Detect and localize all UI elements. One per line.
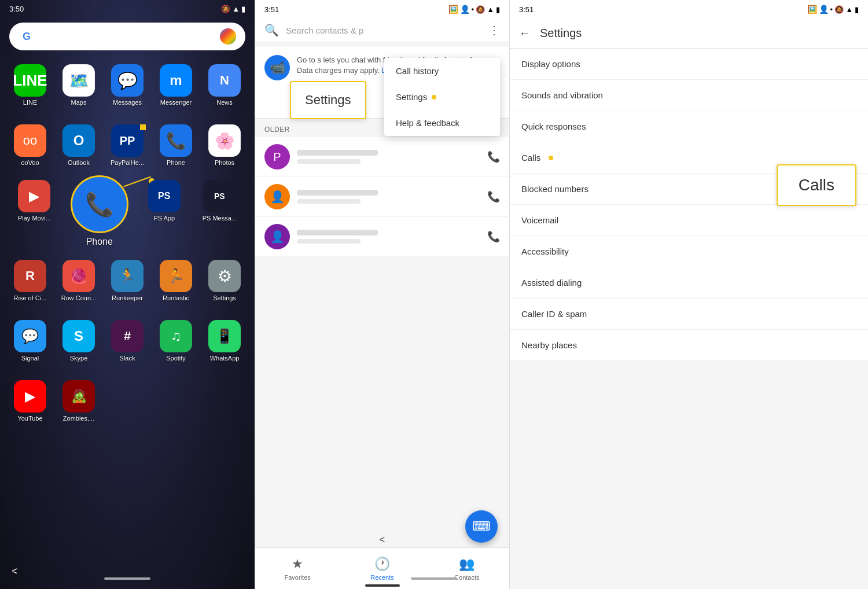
app-label-settings: Settings (213, 294, 236, 301)
app-label-rowcounters: Row Coun... (61, 294, 97, 301)
wifi-icon: ▲ (232, 5, 240, 13)
dialpad-fab[interactable]: ⌨ (465, 510, 498, 543)
time-home: 3:50 (9, 5, 24, 13)
app-runtastic[interactable]: 🏃 Runtastic (153, 255, 199, 306)
overflow-menu-btn[interactable]: ⋮ (488, 23, 500, 37)
call-icon-1[interactable]: 📞 (487, 150, 500, 163)
contact-name-blur-3 (297, 230, 378, 235)
settings-item-accessibility[interactable]: Accessibility (510, 236, 868, 267)
call-icon-2[interactable]: 📞 (487, 190, 500, 203)
app-whatsapp[interactable]: 📱 WhatsApp (201, 315, 248, 366)
app-label-riseci: Rise of Ci... (14, 294, 47, 301)
app-messenger[interactable]: m Messenger (153, 60, 199, 111)
app-settings[interactable]: ⚙ Settings (201, 255, 248, 306)
settings-item-quick-responses[interactable]: Quick responses (510, 111, 868, 142)
signal-icon: 💬 (14, 320, 46, 352)
app-label-runtastic: Runtastic (163, 294, 189, 301)
search-field-phone[interactable]: Search contacts & p (286, 25, 481, 35)
photos-icon: 🌸 (208, 124, 241, 157)
settings-item-assisted-dialing[interactable]: Assisted dialing (510, 267, 868, 299)
app-label-skype: Skype (70, 355, 88, 362)
app-line[interactable]: LINE LINE (7, 60, 53, 111)
app-label-outlook: Outlook (68, 159, 90, 166)
contact-detail-blur-1 (297, 159, 361, 164)
app-phone[interactable]: 📞 Phone (153, 120, 199, 171)
app-photos[interactable]: 🌸 Photos (201, 120, 248, 171)
contact-row-2[interactable]: 👤 📞 (255, 177, 509, 217)
app-label-maps: Maps (71, 99, 87, 106)
back-gesture-phone[interactable]: < (380, 535, 385, 545)
nav-contacts[interactable]: 👥 Contacts (425, 548, 509, 589)
phone-highlighted-item[interactable]: 📞 Phone (71, 175, 128, 247)
app-psmessages[interactable]: PS PS Messa... (200, 175, 239, 247)
app-label-psapp: PS App (153, 215, 175, 222)
app-label-spotify: Spotify (166, 355, 186, 362)
app-zombies[interactable]: 🧟 Zombies,... (56, 376, 102, 426)
search-icon-phone[interactable]: 🔍 (264, 23, 279, 37)
settings-screen: 3:51 🖼️ 👤 • 🔕 ▲ ▮ ← Settings Display opt… (509, 0, 868, 589)
app-outlook[interactable]: O Outlook (56, 120, 102, 171)
settings-item-nearby[interactable]: Nearby places (510, 330, 868, 361)
settings-list: Display options Sounds and vibration Qui… (510, 49, 868, 361)
time-phone: 3:51 (264, 5, 279, 14)
phone-app-screen: 3:51 🖼️ 👤 • 🔕 ▲ ▮ 🔍 Search contacts & p … (255, 0, 509, 589)
paypal-icon: PP (111, 124, 144, 157)
nav-favorites[interactable]: ★ Favorites (255, 548, 340, 589)
app-signal[interactable]: 💬 Signal (7, 315, 53, 366)
notif-icon-settings: 🖼️ (807, 5, 817, 14)
app-riseci[interactable]: R Rise of Ci... (7, 255, 53, 306)
app-news[interactable]: N News (201, 60, 248, 111)
whatsapp-icon: 📱 (208, 320, 241, 352)
app-youtube[interactable]: ▶ YouTube (7, 376, 53, 426)
google-account-icon (220, 28, 236, 45)
app-label-slack: Slack (120, 355, 135, 362)
app-playmovies[interactable]: ▶ Play Movi... (16, 175, 53, 247)
app-rowcounters[interactable]: 🧶 Row Coun... (56, 255, 102, 306)
contact-info-1 (297, 150, 480, 164)
apps-grid-row2: oo ooVoo O Outlook PP PayPalHe... 📞 Phon… (0, 115, 255, 175)
app-skype[interactable]: S Skype (56, 315, 102, 366)
call-icon-3[interactable]: 📞 (487, 230, 500, 243)
battery-icon: ▮ (241, 5, 245, 13)
app-maps[interactable]: 🗺️ Maps (56, 60, 102, 111)
back-button-settings[interactable]: < (12, 567, 17, 577)
dropdown-settings[interactable]: Settings (384, 84, 500, 110)
recents-icon: 🕐 (374, 557, 390, 572)
settings-item-display[interactable]: Display options (510, 49, 868, 80)
contact-row-3[interactable]: 👤 📞 (255, 217, 509, 257)
settings-title: Settings (540, 27, 582, 40)
mute-icon: 🔕 (221, 5, 230, 13)
google-search-bar[interactable]: G (9, 23, 245, 50)
app-messages[interactable]: 💬 Messages (104, 60, 150, 111)
dropdown-help[interactable]: Help & feedback (384, 110, 500, 136)
back-arrow-settings[interactable]: ← (519, 27, 531, 40)
status-icons-settings: 🖼️ 👤 • 🔕 ▲ ▮ (807, 5, 859, 14)
app-label-psmessages: PS Messa... (203, 215, 237, 222)
settings-item-caller-id[interactable]: Caller ID & spam (510, 299, 868, 330)
contact-row-1[interactable]: P 📞 (255, 137, 509, 177)
settings-item-sounds[interactable]: Sounds and vibration (510, 80, 868, 111)
dropdown-call-history[interactable]: Call history (384, 58, 500, 84)
app-psapp[interactable]: PS PS App (146, 175, 183, 247)
app-runkeeper[interactable]: 🏃 Runkeeper (104, 255, 150, 306)
news-icon: N (208, 64, 241, 97)
app-label-phone-row2: Phone (167, 159, 185, 166)
battery-icon-settings: ▮ (855, 5, 859, 14)
phone-highlight-section: ▶ Play Movi... 📞 Phone PS PS App PS PS M… (7, 175, 248, 251)
app-paypal[interactable]: PP PayPalHe... (104, 120, 150, 171)
nav-recents[interactable]: 🕐 Recents (340, 548, 424, 589)
status-bar-home: 3:50 🔕 ▲ ▮ (0, 0, 255, 18)
apps-grid-row6: ▶ YouTube 🧟 Zombies,... (0, 371, 255, 431)
app-label-paypal: PayPalHe... (111, 159, 144, 166)
settings-popup-label: Settings (290, 81, 366, 119)
contact-name-blur-2 (297, 190, 378, 196)
spotify-icon: ♫ (160, 320, 192, 352)
messages-icon: 💬 (111, 64, 144, 97)
app-oovoo[interactable]: oo ooVoo (7, 120, 53, 171)
app-spotify[interactable]: ♫ Spotify (153, 315, 199, 366)
favorites-icon: ★ (292, 557, 303, 572)
app-label-news: News (216, 99, 233, 106)
app-slack[interactable]: # Slack (104, 315, 150, 366)
contact-info-2 (297, 190, 480, 204)
settings-item-voicemail[interactable]: Voicemail (510, 205, 868, 236)
